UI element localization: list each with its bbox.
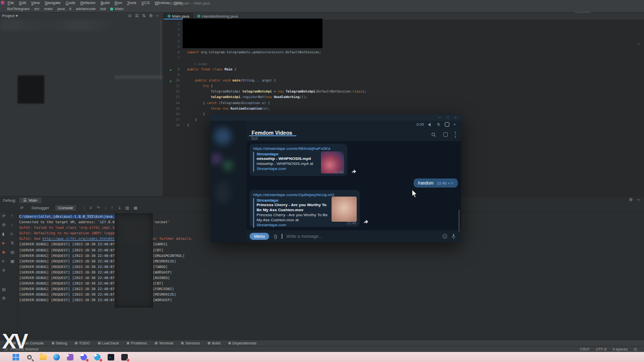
gear-icon[interactable]: ⚙ [629,198,632,202]
player-close-icon[interactable]: × [454,122,456,127]
chat-list-sidebar-blurred[interactable] [210,121,247,242]
pip-icon[interactable] [445,122,449,127]
grid-icon[interactable]: # [2,259,4,263]
bot-menu-button[interactable]: Menu [250,233,269,240]
sidebar-toggle-icon[interactable] [443,132,448,137]
debug-tab-console[interactable]: Console [55,205,76,211]
menu-item[interactable]: Run [115,1,122,5]
toolwindow-button-problems[interactable]: Problems [127,341,147,345]
menu-item[interactable]: Code [66,1,75,5]
taskbar-start-icon[interactable] [12,353,20,361]
gear-icon[interactable]: ⚙ [149,14,152,18]
breadcrumb-item[interactable]: main [44,7,53,11]
breadcrumb-item[interactable]: src [34,7,40,11]
menu-item[interactable]: Edit [19,1,26,5]
step-out-icon[interactable]: ↑ [111,206,113,210]
pause-icon[interactable]: ▮ [2,232,4,236]
show-options-icon[interactable]: ≡ [90,206,92,210]
frames-icon[interactable]: ≡ [11,232,13,236]
toolwindow-button-build[interactable]: Build [208,341,220,345]
menu-item[interactable]: Navigate [45,1,61,5]
hide-panel-icon[interactable]: ─ [637,198,640,202]
run-gutter-icon[interactable]: ▶ [170,67,172,72]
taskbar-telegram-icon[interactable] [94,353,101,361]
preview-site-name[interactable]: Streamtape [257,198,328,203]
inspections-ok-icon[interactable]: ✓ [637,42,640,46]
taskbar-search-icon[interactable] [26,353,33,361]
print-icon[interactable]: ▤ [11,250,15,254]
down-stack-icon[interactable]: ↓ [11,223,13,227]
toolwindow-button-todo[interactable]: TODO [75,341,90,345]
layout-icon[interactable]: ▦ [134,206,138,210]
message-link[interactable]: https://streamtape.com/e/9B4xdsjKwFo0Ka [253,146,344,151]
project-scrollbar[interactable] [160,20,161,80]
microphone-icon[interactable] [451,234,456,239]
layout-icon[interactable]: ▦ [11,259,15,263]
run-gutter-icon[interactable]: ▶ [170,78,172,83]
attach-icon[interactable] [273,234,278,239]
preview-site-link[interactable]: Streamtape.com [257,223,286,227]
run-to-cursor-icon[interactable]: ↴ [118,206,121,210]
breadcrumb-item[interactable]: adriancode [76,7,96,11]
forward-button[interactable] [349,167,358,176]
rerun-icon[interactable]: ⟳ [2,214,6,218]
step-over-icon[interactable]: ↷ [97,206,100,210]
volume-icon[interactable] [428,123,432,127]
menu-item[interactable]: Refactor [80,1,96,5]
locate-icon[interactable]: ⊙ [128,14,132,18]
chat-scrollbar[interactable] [458,210,460,232]
kebab-menu-icon[interactable] [455,132,456,138]
video-progress-bar[interactable] [249,135,296,136]
preview-thumbnail[interactable] [332,197,357,222]
encoding-indicator[interactable]: UTF-8 [596,347,606,351]
taskbar-folder-icon[interactable] [39,353,47,361]
maximize-icon[interactable]: □ [446,116,449,120]
taskbar-media-icon[interactable] [66,353,74,361]
hide-icon[interactable]: ─ [156,14,159,18]
breakpoint-icon[interactable]: ◆ [2,250,5,254]
menu-item[interactable]: Tools [127,1,136,5]
line-ending-indicator[interactable]: CRLF [580,347,590,351]
toolwindow-button-dependencies[interactable]: Dependencies [228,341,257,345]
chat-header[interactable]: Femdom Videos bot [247,128,461,142]
snapshot-icon[interactable]: ▤ [2,287,6,292]
mute-icon[interactable]: ⊘ [2,268,6,273]
breadcrumb-item[interactable]: bot [100,7,106,11]
expand-icon[interactable]: ☰ [135,14,138,18]
message-area[interactable]: https://streamtape.com/e/9B4xdsjKwFo0KaS… [247,142,461,230]
toolwindow-button-terminal[interactable]: Terminal [155,341,173,345]
taskbar-edge-icon[interactable] [53,353,60,361]
toolwindow-button-services[interactable]: Services [181,341,200,345]
toolwindow-button-luacheck[interactable]: LuaCheck [98,341,119,345]
sort-icon[interactable]: ⇅ [11,241,14,245]
evaluate-icon[interactable]: ▥ [125,206,129,210]
up-stack-icon[interactable]: ↑ [11,214,13,218]
breadcrumb-item[interactable]: java [57,7,65,11]
menu-item[interactable]: Build [101,1,110,5]
menu-item[interactable]: View [31,1,40,5]
bot-command-text[interactable]: /random [418,180,433,186]
taskbar-discord-icon[interactable] [80,353,88,361]
lock-icon[interactable]: ◎ [633,347,637,351]
menu-item[interactable]: File [8,1,14,5]
stop-icon[interactable]: ■ [2,241,5,245]
indent-indicator[interactable]: 4 spaces [612,347,627,351]
taskbar-console-icon[interactable]: >_ [107,353,115,361]
selected-tree-row[interactable] [115,75,163,79]
minimize-icon[interactable]: ─ [438,116,441,120]
toolwindow-button-debug[interactable]: Debug [52,341,67,345]
message-input[interactable]: Write a message... [286,234,438,239]
forward-button[interactable] [361,217,370,226]
debug-tab-debugger[interactable]: Debugger [29,205,52,211]
step-into-icon[interactable]: ↓ [105,206,107,210]
breadcrumb-item[interactable]: it [69,7,71,11]
close-icon[interactable]: × [454,116,457,120]
playlist-icon[interactable]: ⇅ [437,122,440,127]
collapse-icon[interactable]: ⇅ [142,14,145,18]
preview-site-name[interactable]: Streamtape [257,152,317,156]
debug-session-tab[interactable]: ☰ Main [19,198,42,203]
gear-icon[interactable]: ⚙ [2,296,6,301]
search-icon[interactable] [431,132,436,137]
menu-item[interactable]: Window [155,1,169,5]
breadcrumb-item[interactable]: BotTelegram [7,7,30,11]
